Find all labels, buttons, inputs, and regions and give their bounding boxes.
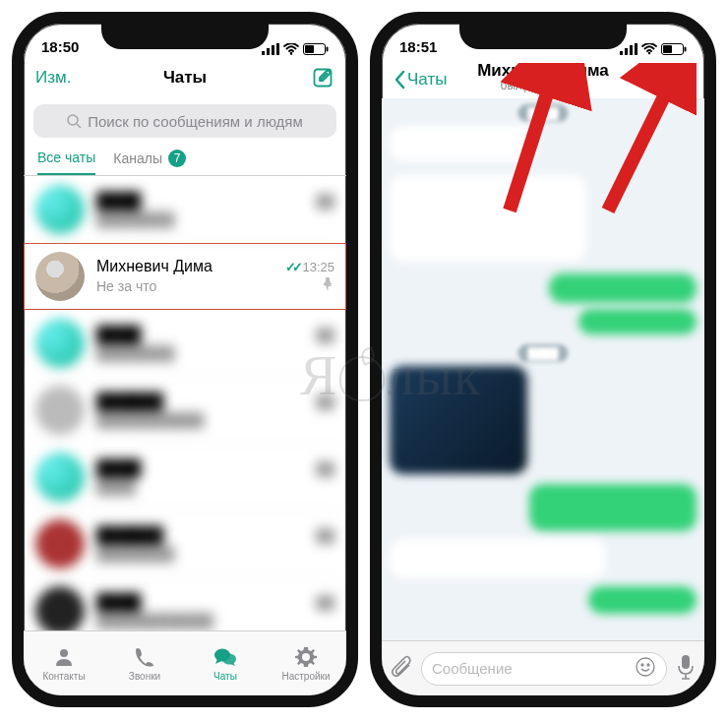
calls-icon: [132, 645, 157, 669]
message-input[interactable]: Сообщение: [421, 652, 667, 686]
chat-row[interactable]: ██████████████: [24, 310, 346, 377]
svg-point-14: [303, 654, 309, 660]
svg-point-19: [648, 52, 651, 55]
search-input[interactable]: Поиск по сообщениям и людям: [33, 104, 336, 138]
back-label: Чаты: [407, 70, 447, 90]
avatar: [659, 63, 693, 96]
chat-preview: Не за что: [96, 278, 156, 294]
tab-settings[interactable]: Настройки: [266, 631, 346, 695]
status-indicators: [262, 43, 329, 55]
svg-point-13: [222, 654, 236, 665]
chat-row[interactable]: ██████████: [24, 444, 346, 511]
read-checks-icon: ✓✓: [285, 260, 299, 274]
page-title: Чаты: [24, 68, 346, 88]
chat-row[interactable]: ███████████████████: [24, 377, 346, 444]
svg-point-9: [68, 115, 78, 125]
svg-line-10: [77, 124, 81, 128]
compose-icon: [311, 66, 334, 90]
svg-rect-1: [267, 48, 270, 55]
tab-label: Контакты: [42, 671, 85, 682]
nav-header: Изм. Чаты: [24, 57, 346, 98]
svg-rect-18: [635, 43, 637, 55]
settings-icon: [293, 645, 319, 669]
avatar: [35, 519, 85, 569]
bottom-tab-bar: Контакты Звонки Чаты Настройки: [24, 631, 346, 695]
chat-time: ✓✓13:25: [285, 260, 334, 274]
svg-rect-6: [305, 45, 314, 53]
tab-label: Звонки: [129, 671, 160, 682]
contacts-icon: [51, 645, 77, 669]
avatar: [35, 452, 85, 502]
tab-calls[interactable]: Звонки: [104, 631, 185, 695]
tab-label: Чаты: [213, 671, 237, 682]
svg-rect-15: [620, 51, 623, 55]
device-notch: [101, 22, 269, 49]
battery-icon: [661, 43, 687, 55]
chat-row-highlighted[interactable]: Михневич Дима ✓✓13:25 Не за что: [24, 243, 346, 310]
edit-button[interactable]: Изм.: [35, 68, 71, 88]
status-time: 18:50: [41, 38, 79, 55]
filter-label: Все чаты: [37, 150, 95, 165]
cellular-icon: [262, 43, 279, 55]
phone-chat-thread: 18:51 Чаты Михневич Дима был(а) недавно …: [370, 12, 716, 707]
svg-rect-26: [682, 655, 690, 669]
search-container: Поиск по сообщениям и людям: [24, 98, 346, 144]
sticker-icon: [635, 656, 656, 678]
filter-label: Каналы: [113, 150, 162, 166]
message-thread[interactable]: ████ ████: [382, 98, 704, 640]
svg-point-24: [641, 664, 643, 666]
status-indicators: [620, 43, 687, 55]
chat-row[interactable]: ██████████████: [24, 176, 346, 243]
date-stamp: ████: [517, 104, 568, 122]
svg-rect-17: [630, 45, 633, 55]
chevron-left-icon: [394, 70, 405, 90]
message-placeholder: Сообщение: [432, 660, 513, 677]
avatar: [35, 252, 85, 301]
battery-icon: [303, 43, 329, 55]
search-icon: [67, 114, 82, 129]
message-composer: Сообщение: [382, 640, 704, 695]
wifi-icon: [641, 43, 657, 55]
svg-point-23: [637, 658, 654, 676]
filter-channels[interactable]: Каналы 7: [113, 150, 186, 175]
contact-avatar-button[interactable]: [659, 63, 693, 96]
compose-button[interactable]: [311, 66, 334, 90]
svg-rect-0: [262, 51, 265, 55]
filter-tabs: Все чаты Каналы 7: [24, 144, 346, 176]
microphone-icon: [675, 654, 697, 680]
voice-message-button[interactable]: [675, 654, 697, 684]
avatar: [35, 185, 85, 234]
attach-button[interactable]: [390, 655, 413, 683]
device-notch: [459, 22, 627, 49]
status-time: 18:51: [399, 38, 437, 55]
phone-chat-list: 18:50 Изм. Чаты Поиск по сообщениям и лю…: [12, 12, 358, 707]
wifi-icon: [283, 43, 299, 55]
back-button[interactable]: Чаты: [394, 70, 447, 90]
svg-point-4: [290, 52, 293, 55]
cellular-icon: [620, 43, 637, 55]
chat-name: Михневич Дима: [96, 258, 212, 275]
avatar: [35, 586, 85, 635]
svg-rect-22: [685, 47, 687, 52]
svg-rect-2: [272, 45, 274, 55]
svg-rect-3: [276, 43, 279, 55]
svg-point-11: [60, 649, 68, 657]
nav-header: Чаты Михневич Дима был(а) недавно: [382, 57, 704, 102]
chat-row[interactable]: ████████████████: [24, 511, 346, 577]
filter-all-chats[interactable]: Все чаты: [37, 150, 95, 175]
tab-contacts[interactable]: Контакты: [24, 631, 104, 695]
svg-rect-7: [327, 47, 329, 52]
chats-icon: [212, 645, 238, 669]
tab-label: Настройки: [281, 671, 330, 682]
paperclip-icon: [390, 655, 413, 679]
avatar: [35, 386, 85, 435]
sticker-button[interactable]: [635, 656, 656, 681]
svg-rect-21: [663, 45, 672, 53]
date-stamp: ████: [517, 344, 568, 362]
unread-badge: 7: [168, 150, 186, 167]
pin-icon: [321, 277, 334, 294]
avatar: [35, 319, 85, 368]
tab-chats[interactable]: Чаты: [185, 631, 266, 695]
search-placeholder: Поиск по сообщениям и людям: [88, 113, 303, 130]
chat-list[interactable]: ██████████████ Михневич Дима ✓✓13:25 Не …: [24, 176, 346, 695]
